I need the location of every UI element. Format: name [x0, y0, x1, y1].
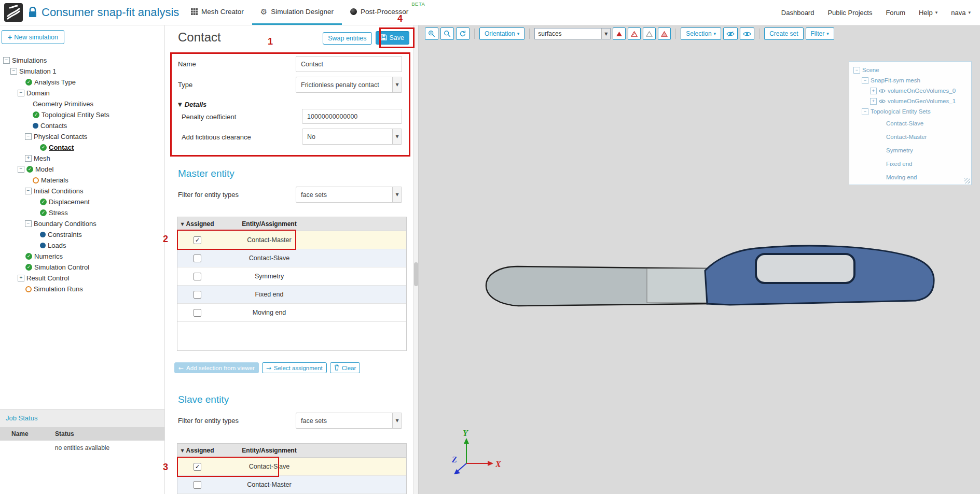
swap-entities-button[interactable]: Swap entities	[323, 32, 371, 45]
link-forum[interactable]: Forum	[886, 9, 905, 17]
scene-item-volumeongeovolumes-1[interactable]: +volumeOnGeoVolumes_1	[851, 96, 969, 106]
entity-header[interactable]: Entity/Assignment	[217, 447, 321, 454]
entity-row-symmetry[interactable]: Symmetry	[177, 267, 406, 286]
tab-mesh-creator[interactable]: Mesh Creator	[183, 0, 252, 25]
tree-item-contact[interactable]: ✓Contact	[0, 142, 164, 153]
show-wire-faces-button[interactable]	[628, 27, 641, 40]
tree-item-mesh[interactable]: +Mesh	[0, 153, 164, 164]
assigned-checkbox[interactable]	[194, 481, 201, 489]
tree-item-simulation-control[interactable]: ✓Simulation Control	[0, 262, 164, 273]
collapse-icon[interactable]: −	[10, 68, 17, 75]
eye-icon[interactable]	[879, 89, 886, 93]
render-mode-select[interactable]: surfaces ▼	[534, 28, 611, 39]
save-button[interactable]: Save	[376, 31, 410, 45]
hide-faces-button[interactable]	[643, 27, 656, 40]
tree-item-displacement[interactable]: ✓Displacement	[0, 196, 164, 207]
show-solid-faces-button[interactable]	[613, 27, 626, 40]
scene-item-fixed-end[interactable]: Fixed end	[851, 157, 969, 171]
tree-item-simulation-1[interactable]: −Simulation 1	[0, 66, 164, 77]
collapse-icon[interactable]: −	[25, 133, 32, 140]
expand-icon[interactable]: +	[25, 155, 32, 162]
link-dashboard[interactable]: Dashboard	[781, 9, 815, 17]
user-menu[interactable]: nava▾	[951, 9, 971, 17]
scene-item-topological-entity-sets[interactable]: −Topological Entity Sets	[851, 106, 969, 117]
add-selection-from-viewer-button[interactable]: ← Add selection from viewer	[174, 362, 259, 373]
tree-item-simulations[interactable]: −Simulations	[0, 55, 164, 66]
entity-header[interactable]: Entity/Assignment	[217, 220, 321, 228]
assigned-checkbox[interactable]: ✓	[194, 463, 201, 471]
entity-row-moving-end[interactable]: Moving end	[177, 304, 406, 322]
tree-item-initial-conditions[interactable]: −Initial Conditions	[0, 186, 164, 196]
scene-item-snapfit-sym-mesh[interactable]: −SnapFit-sym mesh	[851, 75, 969, 86]
select-assignment-button[interactable]: → Select assignment	[262, 362, 327, 373]
penalty-coefficient-input[interactable]	[302, 109, 402, 124]
zoom-fit-button[interactable]	[440, 27, 454, 40]
resize-grip-icon[interactable]	[964, 178, 970, 184]
assigned-header[interactable]: ▼ Assigned	[177, 220, 217, 228]
tree-item-materials[interactable]: Materials	[0, 175, 164, 186]
clear-button[interactable]: Clear	[330, 362, 360, 373]
collapse-icon[interactable]: −	[862, 108, 868, 115]
expand-icon[interactable]: +	[18, 275, 24, 281]
tab-post-processor[interactable]: Post-Processor BETA	[342, 0, 417, 25]
assigned-checkbox[interactable]	[194, 255, 201, 262]
scene-item-contact-slave[interactable]: Contact-Slave	[851, 117, 969, 130]
tree-item-loads[interactable]: Loads	[0, 240, 164, 251]
tree-item-analysis-type[interactable]: ✓Analysis Type	[0, 77, 164, 88]
tree-item-contacts[interactable]: Contacts	[0, 120, 164, 131]
new-simulation-button[interactable]: + New simulation	[2, 30, 64, 44]
tree-item-domain[interactable]: −Domain	[0, 88, 164, 98]
filter-dropdown[interactable]: Filter ▾	[806, 27, 834, 40]
refresh-view-button[interactable]	[456, 27, 470, 40]
tree-item-topological-entity-sets[interactable]: ✓Topological Entity Sets	[0, 109, 164, 120]
entity-row-contact-master[interactable]: ✓Contact-Master	[177, 231, 406, 249]
entity-row-contact-slave[interactable]: Contact-Slave	[177, 249, 406, 267]
assigned-checkbox[interactable]	[194, 309, 201, 317]
scene-item-contact-master[interactable]: Contact-Master	[851, 130, 969, 144]
collapse-icon[interactable]: −	[853, 67, 860, 74]
tree-item-model[interactable]: −✓Model	[0, 164, 164, 175]
assigned-header[interactable]: ▼ Assigned	[177, 447, 217, 454]
collapse-icon[interactable]: −	[3, 57, 10, 64]
type-select[interactable]: Frictionless penalty contact ▼	[296, 77, 402, 93]
tree-item-simulation-runs[interactable]: Simulation Runs	[0, 284, 164, 294]
app-logo[interactable]	[4, 3, 23, 22]
orientation-dropdown[interactable]: Orientation ▾	[479, 27, 524, 40]
hide-selected-button[interactable]	[723, 27, 738, 40]
entity-row-fixed-end[interactable]: Fixed end	[177, 286, 406, 304]
collapse-icon[interactable]: −	[18, 90, 24, 96]
tree-item-constraints[interactable]: Constraints	[0, 229, 164, 240]
expand-icon[interactable]: +	[870, 88, 877, 94]
tree-item-result-control[interactable]: +Result Control	[0, 273, 164, 284]
fictitious-clearance-select[interactable]: No ▼	[302, 129, 402, 145]
tree-item-boundary-conditions[interactable]: −Boundary Conditions	[0, 218, 164, 229]
scene-item-symmetry[interactable]: Symmetry	[851, 144, 969, 157]
collapse-icon[interactable]: −	[18, 166, 24, 173]
scene-item-volumeongeovolumes-0[interactable]: +volumeOnGeoVolumes_0	[851, 86, 969, 96]
tree-item-physical-contacts[interactable]: −Physical Contacts	[0, 131, 164, 142]
show-shaded-faces-button[interactable]	[658, 27, 671, 40]
show-all-button[interactable]	[740, 27, 754, 40]
create-set-button[interactable]: Create set	[764, 27, 803, 40]
details-section-toggle[interactable]: ▼ Details	[178, 101, 206, 108]
assigned-checkbox[interactable]	[194, 291, 201, 299]
entity-row-contact-master[interactable]: Contact-Master	[177, 476, 406, 494]
tree-item-stress[interactable]: ✓Stress	[0, 207, 164, 218]
selection-dropdown[interactable]: Selection ▾	[681, 27, 721, 40]
scene-item-moving-end[interactable]: Moving end	[851, 171, 969, 184]
master-filter-select[interactable]: face sets ▼	[296, 187, 402, 203]
slave-filter-select[interactable]: face sets ▼	[296, 413, 402, 429]
zoom-in-button[interactable]	[425, 27, 438, 40]
assigned-checkbox[interactable]	[194, 273, 201, 280]
assigned-checkbox[interactable]: ✓	[194, 236, 201, 244]
scrollbar-thumb[interactable]	[414, 262, 418, 286]
collapse-icon[interactable]: −	[862, 77, 868, 84]
scene-item-scene[interactable]: −Scene	[851, 65, 969, 75]
tree-item-geometry-primitives[interactable]: Geometry Primitives	[0, 98, 164, 109]
job-status-title[interactable]: Job Status	[0, 409, 164, 427]
entity-row-contact-slave[interactable]: ✓Contact-Slave	[177, 458, 406, 476]
expand-icon[interactable]: +	[870, 98, 877, 105]
tab-simulation-designer[interactable]: ⚙ Simulation Designer	[252, 0, 342, 25]
tree-item-numerics[interactable]: ✓Numerics	[0, 251, 164, 262]
viewer-canvas[interactable]: Orientation ▾ surfaces ▼ Selection ▾	[418, 25, 980, 494]
